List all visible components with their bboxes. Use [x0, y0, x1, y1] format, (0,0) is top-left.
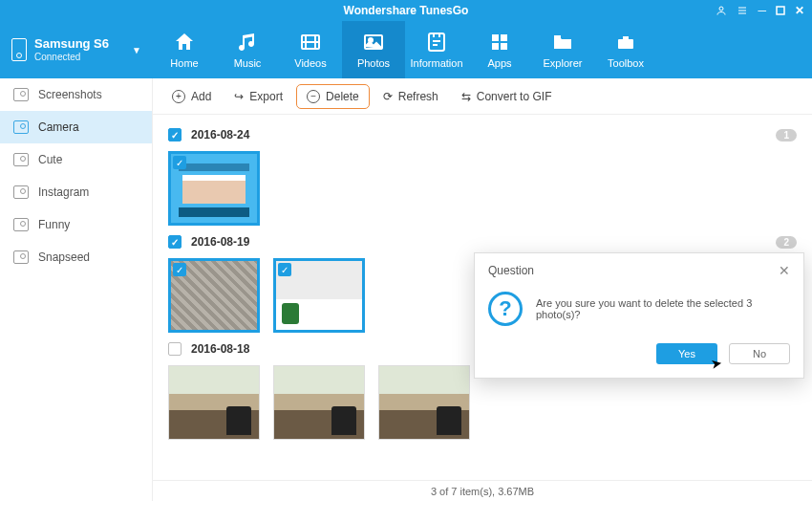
dialog-message: Are you sure you want to delete the sele…	[536, 297, 790, 320]
nav-information[interactable]: Information	[405, 21, 468, 78]
explorer-icon	[551, 31, 574, 54]
photo-thumbnail[interactable]: ✓	[168, 258, 260, 333]
photo-thumbnail[interactable]: ✓	[168, 151, 260, 226]
photo-thumbnail[interactable]	[168, 365, 260, 440]
delete-button[interactable]: −Delete	[296, 84, 370, 109]
svg-rect-1	[777, 7, 784, 14]
user-icon[interactable]	[716, 5, 727, 16]
check-icon: ✓	[278, 263, 291, 276]
group-count: 2	[776, 236, 797, 249]
minus-icon: −	[307, 90, 320, 103]
refresh-icon: ⟳	[383, 90, 393, 103]
sidebar-item-label: Screenshots	[38, 88, 102, 101]
group-checkbox[interactable]: ✓	[168, 235, 182, 249]
dialog-close-button[interactable]: ✕	[779, 263, 790, 278]
sidebar-item-camera[interactable]: Camera	[0, 111, 152, 143]
sidebar-item-label: Camera	[38, 120, 79, 134]
dialog-title: Question	[488, 264, 534, 277]
convert-icon: ⇆	[461, 90, 471, 103]
svg-rect-11	[618, 39, 633, 49]
main-panel: +Add ↪Export −Delete ⟳Refresh ⇆Convert t…	[153, 78, 812, 501]
title-bar: Wondershare TunesGo ─ ✕	[0, 0, 812, 21]
dialog-yes-button[interactable]: Yes	[656, 343, 717, 364]
home-icon	[173, 31, 196, 54]
chevron-down-icon: ▼	[132, 45, 141, 55]
minimize-icon[interactable]: ─	[758, 4, 766, 17]
camera-icon	[13, 153, 29, 166]
maximize-icon[interactable]	[776, 6, 785, 15]
group-checkbox[interactable]	[168, 342, 182, 356]
apps-icon	[488, 31, 511, 54]
svg-rect-9	[501, 43, 507, 50]
sidebar-item-label: Instagram	[38, 185, 89, 199]
photo-group: ✓ 2016-08-24 1 ✓	[168, 124, 797, 226]
check-icon: ✓	[173, 263, 186, 276]
camera-icon	[13, 218, 29, 231]
app-title: Wondershare TunesGo	[344, 4, 469, 17]
group-checkbox[interactable]: ✓	[168, 128, 182, 141]
music-icon	[236, 31, 259, 54]
sidebar-item-funny[interactable]: Funny	[0, 208, 152, 241]
device-name: Samsung S6	[34, 37, 109, 51]
device-status: Connected	[34, 52, 109, 62]
refresh-button[interactable]: ⟳Refresh	[374, 85, 448, 108]
plus-icon: +	[172, 90, 185, 103]
header: Samsung S6 Connected ▼ Home Music Videos…	[0, 21, 812, 78]
camera-icon	[13, 185, 29, 199]
convert-gif-button[interactable]: ⇆Convert to GIF	[452, 85, 562, 108]
photos-icon	[362, 31, 385, 54]
phone-icon	[11, 38, 27, 61]
information-icon	[425, 31, 448, 54]
menu-icon[interactable]	[737, 5, 748, 16]
question-icon: ?	[488, 292, 523, 326]
nav-label: Information	[410, 57, 462, 69]
camera-icon	[13, 120, 29, 134]
photo-thumbnail[interactable]	[273, 365, 365, 440]
nav-videos[interactable]: Videos	[279, 21, 342, 78]
photo-thumbnail[interactable]	[378, 365, 470, 440]
svg-rect-7	[501, 34, 507, 41]
device-selector[interactable]: Samsung S6 Connected ▼	[0, 21, 153, 78]
camera-icon	[13, 88, 29, 101]
nav-explorer[interactable]: Explorer	[531, 21, 594, 78]
sidebar-item-label: Funny	[38, 218, 70, 231]
nav-label: Photos	[357, 57, 390, 69]
group-date: 2016-08-24	[191, 128, 249, 141]
button-label: No	[753, 348, 766, 359]
status-bar: 3 of 7 item(s), 3.67MB	[153, 480, 812, 501]
confirm-dialog: Question ✕ ? Are you sure you want to de…	[474, 252, 804, 379]
window-controls: ─ ✕	[716, 0, 804, 21]
nav-toolbox[interactable]: Toolbox	[594, 21, 657, 78]
dialog-no-button[interactable]: No	[729, 343, 790, 364]
svg-rect-8	[492, 43, 499, 50]
nav-photos[interactable]: Photos	[342, 21, 405, 78]
nav-label: Home	[170, 57, 198, 69]
toolbar: +Add ↪Export −Delete ⟳Refresh ⇆Convert t…	[153, 78, 812, 115]
export-button[interactable]: ↪Export	[224, 85, 292, 108]
nav-label: Videos	[294, 57, 326, 69]
add-button[interactable]: +Add	[162, 85, 221, 108]
button-label: Export	[249, 90, 283, 103]
svg-rect-10	[554, 35, 561, 38]
sidebar-item-label: Cute	[38, 153, 62, 166]
sidebar: Screenshots Camera Cute Instagram Funny …	[0, 78, 153, 501]
nav-label: Apps	[487, 57, 511, 69]
photo-thumbnail[interactable]: ✓	[273, 258, 365, 333]
sidebar-item-snapseed[interactable]: Snapseed	[0, 241, 152, 273]
button-label: Yes	[678, 348, 695, 359]
group-date: 2016-08-18	[191, 342, 249, 356]
main-nav: Home Music Videos Photos Information App…	[153, 21, 657, 78]
sidebar-item-screenshots[interactable]: Screenshots	[0, 78, 152, 111]
button-label: Convert to GIF	[477, 90, 552, 103]
nav-home[interactable]: Home	[153, 21, 216, 78]
sidebar-item-label: Snapseed	[38, 250, 90, 264]
sidebar-item-instagram[interactable]: Instagram	[0, 176, 152, 208]
close-icon[interactable]: ✕	[795, 4, 804, 17]
sidebar-item-cute[interactable]: Cute	[0, 143, 152, 176]
nav-label: Music	[234, 57, 262, 69]
status-text: 3 of 7 item(s), 3.67MB	[431, 486, 534, 497]
check-icon: ✓	[173, 156, 186, 169]
nav-music[interactable]: Music	[216, 21, 279, 78]
nav-apps[interactable]: Apps	[468, 21, 531, 78]
button-label: Add	[191, 90, 211, 103]
